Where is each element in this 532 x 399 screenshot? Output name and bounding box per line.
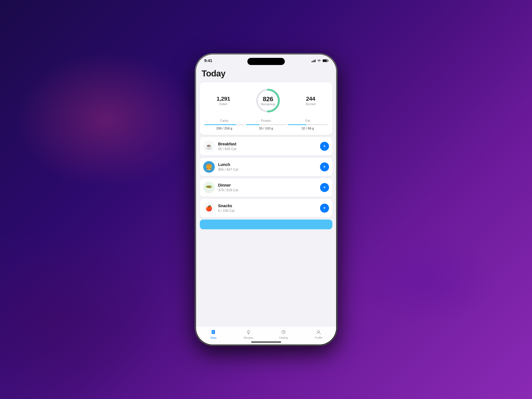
dynamic-island xyxy=(247,58,285,65)
tab-profile[interactable]: Profile xyxy=(301,329,336,339)
remaining-label: Remaining xyxy=(261,103,275,106)
status-time: 9:41 xyxy=(204,58,212,63)
fat-label: Fat xyxy=(305,119,310,123)
scroll-area: Today 1,291 Eaten xyxy=(196,65,336,326)
macro-divider-1 xyxy=(245,119,245,130)
header: Today xyxy=(196,65,336,81)
recipes-icon xyxy=(245,329,252,335)
burned-label: Burned xyxy=(306,103,316,106)
lunch-calories: 856 / 847 Cal xyxy=(218,168,320,172)
snacks-card[interactable]: 🍎 Snacks 0 / 106 Cal + xyxy=(200,199,332,217)
blue-banner-button[interactable] xyxy=(200,219,332,229)
carbs-value: 206 / 258 g xyxy=(216,127,232,130)
phone-frame: 9:41 Today xyxy=(195,53,337,346)
protein-bar xyxy=(246,124,286,125)
fasting-tab-label: Fasting xyxy=(279,336,288,339)
lunch-card[interactable]: 🍔 Lunch 856 / 847 Cal + xyxy=(200,158,332,176)
carbs-bar xyxy=(204,124,244,125)
breakfast-calories: 56 / 635 Cal xyxy=(218,147,320,151)
battery-icon xyxy=(323,59,328,62)
breakfast-name: Breakfast xyxy=(218,142,320,147)
burned-stat: 244 Burned xyxy=(306,96,316,106)
lunch-icon: 🍔 xyxy=(203,161,215,173)
recipes-tab-label: Recipes xyxy=(244,336,253,339)
snacks-name: Snacks xyxy=(218,203,320,208)
snacks-info: Snacks 0 / 106 Cal xyxy=(218,203,320,213)
svg-rect-3 xyxy=(213,330,213,331)
lunch-add-button[interactable]: + xyxy=(320,162,329,171)
profile-icon xyxy=(315,329,322,335)
eaten-value: 1,291 xyxy=(216,96,230,102)
page-title: Today xyxy=(202,68,330,78)
calorie-ring: 826 Remaining xyxy=(255,88,281,114)
meal-section: ☕ Breakfast 56 / 635 Cal + 🍔 Lun xyxy=(196,137,336,217)
macro-protein: Protein 35 / 103 g xyxy=(246,119,286,130)
signal-icon xyxy=(311,59,316,62)
eaten-stat: 1,291 Eaten xyxy=(216,96,230,106)
profile-tab-label: Profile xyxy=(315,336,322,339)
burned-value: 244 xyxy=(306,96,316,102)
macro-divider-2 xyxy=(287,119,287,130)
dinner-add-button[interactable]: + xyxy=(320,183,329,192)
macro-carbs: Carbs 206 / 258 g xyxy=(204,119,244,130)
breakfast-add-button[interactable]: + xyxy=(320,142,329,151)
calorie-ring-row: 1,291 Eaten 826 Remaining xyxy=(204,88,328,114)
ring-center: 826 Remaining xyxy=(261,95,275,106)
macros-row: Carbs 206 / 258 g Protein xyxy=(204,119,328,130)
calorie-card: 1,291 Eaten 826 Remaining xyxy=(200,82,332,135)
fasting-icon xyxy=(280,329,287,335)
snacks-calories: 0 / 106 Cal xyxy=(218,209,320,213)
tab-fasting[interactable]: Fasting xyxy=(266,329,301,339)
dinner-icon: 🥗 xyxy=(203,182,215,193)
breakfast-card[interactable]: ☕ Breakfast 56 / 635 Cal + xyxy=(200,137,332,155)
carbs-label: Carbs xyxy=(220,119,228,123)
status-icons xyxy=(311,59,328,62)
svg-point-11 xyxy=(318,330,319,332)
protein-value: 35 / 103 g xyxy=(259,127,273,130)
tab-diary[interactable]: Diary xyxy=(196,329,231,339)
dinner-info: Dinner 379 / 529 Cal xyxy=(218,183,320,192)
eaten-label: Eaten xyxy=(216,103,230,106)
breakfast-icon: ☕ xyxy=(203,141,215,152)
wifi-icon xyxy=(317,59,321,62)
fat-bar xyxy=(288,124,328,125)
macro-fat: Fat 32 / 68 g xyxy=(288,119,328,130)
lunch-info: Lunch 856 / 847 Cal xyxy=(218,162,320,172)
dinner-name: Dinner xyxy=(218,183,320,188)
remaining-value: 826 xyxy=(261,95,275,103)
fat-value: 32 / 68 g xyxy=(302,127,314,130)
lunch-name: Lunch xyxy=(218,162,320,167)
snacks-icon: 🍎 xyxy=(203,202,215,214)
phone-screen: 9:41 Today xyxy=(196,55,336,344)
diary-tab-label: Diary xyxy=(210,336,217,339)
protein-label: Protein xyxy=(261,119,271,123)
snacks-add-button[interactable]: + xyxy=(320,204,329,212)
screen-content: Today 1,291 Eaten xyxy=(196,65,336,344)
breakfast-info: Breakfast 56 / 635 Cal xyxy=(218,142,320,151)
dinner-card[interactable]: 🥗 Dinner 379 / 529 Cal + xyxy=(200,178,332,197)
tab-recipes[interactable]: Recipes xyxy=(231,329,266,339)
dinner-calories: 379 / 529 Cal xyxy=(218,188,320,192)
diary-icon xyxy=(210,329,217,335)
home-indicator xyxy=(251,341,281,343)
